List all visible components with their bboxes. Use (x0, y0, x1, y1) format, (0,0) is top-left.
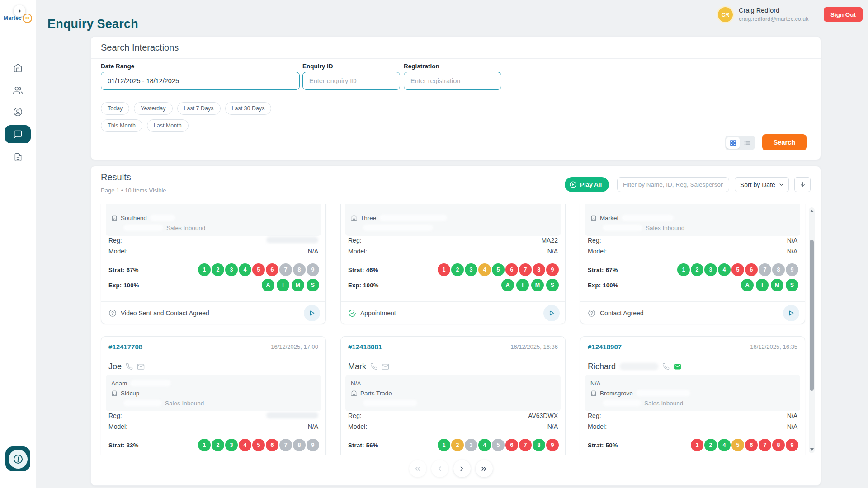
strat-step-7: 7 (759, 439, 771, 451)
enquiry-id[interactable]: #12417708 (108, 343, 142, 351)
help-button[interactable] (5, 446, 30, 471)
strat-steps: 123456789 (198, 439, 319, 451)
result-card[interactable]: #1241808116/12/2025, 16:36MarkN/AParts T… (340, 336, 566, 455)
enquiry-info-box: MarketSales Inbound (585, 204, 800, 236)
exp-badge-A: A (741, 279, 754, 291)
avatar[interactable]: CR (718, 7, 733, 22)
sort-select[interactable]: Sort by Date (735, 177, 789, 192)
status-text: Contact Agreed (600, 310, 644, 317)
email-contact[interactable] (674, 363, 681, 371)
quick-range-chip[interactable]: Today (101, 102, 129, 115)
quick-range-chip[interactable]: Last 7 Days (177, 102, 221, 115)
first-page-button[interactable] (409, 460, 426, 477)
result-card[interactable]: #1241890716/12/2025, 16:35RichardN/ABrom… (580, 336, 805, 455)
scroll-up-arrow[interactable] (810, 210, 814, 212)
enquiry-id[interactable]: #12418081 (348, 343, 382, 351)
next-page-button[interactable] (453, 460, 471, 477)
quick-range-chip[interactable]: Yesterday (134, 102, 172, 115)
enquiry-id-label: Enquiry ID (302, 63, 333, 70)
divider (108, 355, 318, 355)
quick-range-chip[interactable]: This Month (101, 119, 142, 132)
enquiry-id[interactable]: #12418907 (588, 343, 622, 351)
registration-label: Registration (404, 63, 439, 70)
customer-name: Mark (348, 362, 366, 371)
strat-step-4: 4 (718, 439, 731, 451)
phone-contact[interactable] (126, 363, 133, 370)
enquiry-channel (351, 223, 555, 233)
search-interactions-panel: Search Interactions Date Range Enquiry I… (90, 36, 821, 160)
list-view-button[interactable] (741, 137, 754, 149)
reg-label: Reg: (588, 237, 601, 244)
result-card[interactable]: MarketSales InboundReg:N/AModel:N/AStrat… (580, 204, 805, 324)
sidebar-item-enquiries[interactable] (5, 125, 31, 143)
registration-input[interactable] (404, 72, 501, 90)
redacted-text (363, 225, 433, 231)
play-recording-button[interactable] (543, 305, 560, 321)
sidebar-expand-button[interactable] (14, 5, 25, 17)
model-label: Model: (588, 423, 607, 430)
phone-contact[interactable] (370, 363, 377, 370)
exp-badge-I: I (277, 279, 289, 291)
chat-bubble-icon (13, 130, 23, 139)
sidebar-item-home[interactable] (5, 59, 31, 77)
grid-view-button[interactable] (726, 137, 740, 149)
result-card[interactable]: ThreeReg:MA22Model:N/AStrat: 46%12345678… (340, 204, 566, 324)
salesperson (590, 204, 795, 213)
sign-out-button[interactable]: Sign Out (824, 7, 863, 22)
phone-contact[interactable] (662, 363, 670, 370)
strat-step-3: 3 (225, 263, 238, 276)
sidebar-item-reports[interactable] (5, 148, 31, 166)
scrollbar-thumb[interactable] (810, 240, 814, 391)
building-icon (590, 215, 597, 221)
enquiry-id-input[interactable] (302, 72, 400, 90)
strat-step-6: 6 (505, 439, 518, 451)
strat-step-2: 2 (691, 263, 703, 276)
strat-step-8: 8 (293, 263, 306, 276)
exp-badge-M: M (531, 279, 544, 291)
prev-page-button[interactable] (431, 460, 448, 477)
exp-badges: AIMS (262, 279, 319, 291)
strat-step-8: 8 (293, 439, 306, 451)
exp-score: Exp: 100% (348, 282, 379, 289)
date-range-input[interactable] (101, 72, 300, 90)
search-button[interactable]: Search (762, 134, 807, 150)
scroll-down-arrow[interactable] (810, 448, 814, 451)
strat-step-5: 5 (731, 263, 744, 276)
grid-icon (730, 140, 736, 146)
reg-value: AV63DWX (528, 412, 558, 419)
email-contact[interactable] (382, 363, 389, 371)
last-page-button[interactable] (476, 460, 493, 477)
strat-step-5: 5 (492, 439, 505, 451)
email-contact[interactable] (137, 363, 145, 371)
strat-step-4: 4 (718, 263, 731, 276)
building-icon (111, 215, 118, 221)
sidebar-item-users[interactable] (5, 81, 31, 99)
result-card[interactable]: SouthendSales InboundReg:Model:N/AStrat:… (101, 204, 326, 324)
results-filter-input[interactable] (617, 177, 729, 192)
download-button[interactable] (794, 177, 811, 192)
strat-step-2: 2 (451, 439, 464, 451)
sidebar-item-contacts[interactable] (5, 103, 31, 121)
exp-badge-M: M (292, 279, 304, 291)
play-recording-button[interactable] (783, 305, 799, 321)
enquiry-info-box: Three (345, 204, 561, 236)
quick-range-chip[interactable]: Last 30 Days (225, 102, 272, 115)
enquiry-channel: Sales Inbound (111, 223, 316, 233)
reg-value: N/A (787, 237, 797, 244)
result-card[interactable]: #1241770816/12/2025, 17:00JoeAdamSidcupS… (101, 336, 326, 455)
strat-step-9: 9 (786, 439, 798, 451)
results-scrollbar[interactable] (809, 207, 815, 453)
play-recording-button[interactable] (304, 305, 320, 321)
play-all-label: Play All (580, 181, 602, 188)
strat-step-2: 2 (704, 439, 717, 451)
date-range-label: Date Range (101, 63, 134, 70)
quick-range-chip[interactable]: Last Month (147, 119, 189, 132)
reg-value: N/A (787, 412, 797, 419)
results-title: Results (101, 172, 131, 183)
mail-icon (382, 363, 389, 371)
redacted-text (123, 225, 163, 231)
strat-step-7: 7 (519, 439, 532, 451)
exp-badge-S: S (786, 279, 798, 291)
redacted-text (266, 237, 318, 243)
play-all-button[interactable]: Play All (565, 177, 609, 192)
